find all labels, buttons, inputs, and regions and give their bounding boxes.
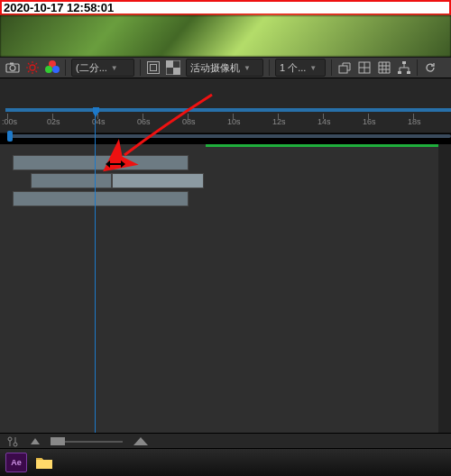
ruler-tick: 18s <box>408 117 421 126</box>
ruler-tick: 02s <box>47 117 60 126</box>
svg-point-14 <box>8 437 12 441</box>
svg-rect-6 <box>173 68 180 75</box>
transparency-grid-icon[interactable] <box>166 60 180 75</box>
composition-preview <box>0 15 451 57</box>
chevron-down-icon: ▼ <box>244 64 251 72</box>
camera-dropdown[interactable]: 活动摄像机▼ <box>186 59 263 77</box>
zoom-in-icon[interactable] <box>133 437 148 445</box>
views-label: 1 个... <box>280 61 306 75</box>
windows-taskbar: Ae <box>0 448 451 476</box>
timeline-header <box>0 78 451 111</box>
grid-icon[interactable] <box>377 60 391 75</box>
share-icon[interactable] <box>337 60 352 75</box>
ruler-tick: 08s <box>182 117 196 126</box>
playhead[interactable] <box>95 108 96 433</box>
ruler-tick: :00s <box>2 117 17 126</box>
svg-point-3 <box>30 65 35 70</box>
camera-label: 活动摄像机 <box>190 61 240 75</box>
work-area[interactable] <box>7 131 451 142</box>
layer-clip[interactable] <box>13 155 189 170</box>
playhead-head[interactable] <box>91 107 101 117</box>
ruler-tick: 06s <box>137 117 151 126</box>
taskbar-app-after-effects[interactable]: Ae <box>5 453 27 472</box>
svg-rect-11 <box>402 61 406 64</box>
ruler-tick: 14s <box>318 117 331 126</box>
svg-point-1 <box>10 66 15 71</box>
views-dropdown[interactable]: 1 个...▼ <box>275 59 326 77</box>
taskbar-app-explorer[interactable] <box>34 453 54 471</box>
trim-cursor-icon <box>108 159 123 169</box>
time-ruler[interactable]: :00s02s04s06s08s10s12s14s16s18s <box>0 108 451 133</box>
separator <box>331 60 332 76</box>
svg-rect-13 <box>407 71 410 74</box>
timeline-zoom-bar <box>0 433 451 449</box>
ruler-tick: 10s <box>227 117 241 126</box>
ruler-top-bar <box>5 108 451 112</box>
layer-clip[interactable] <box>112 173 204 188</box>
separator <box>65 60 66 76</box>
guides-icon[interactable] <box>357 60 372 75</box>
layer-clip[interactable] <box>31 173 112 188</box>
svg-rect-2 <box>10 63 14 65</box>
ruler-tick: 12s <box>272 117 286 126</box>
work-area-start-handle[interactable] <box>7 131 13 142</box>
toggle-switches-icon[interactable] <box>5 435 20 449</box>
resolution-label: (二分... <box>76 61 107 75</box>
zoom-slider-thumb[interactable] <box>51 437 65 445</box>
channels-icon[interactable] <box>45 60 60 75</box>
svg-rect-5 <box>166 60 173 68</box>
layer-clip[interactable] <box>13 191 189 206</box>
separator <box>140 60 141 76</box>
reset-exposure-icon[interactable] <box>423 60 437 75</box>
zoom-out-icon[interactable] <box>31 438 40 444</box>
chevron-down-icon: ▼ <box>111 64 118 72</box>
resolution-dropdown[interactable]: (二分...▼ <box>71 59 134 77</box>
timestamp-overlay: 2020-10-17 12:58:01 <box>0 0 451 15</box>
separator <box>417 60 418 76</box>
viewer-toolbar: (二分...▼ 活动摄像机▼ 1 个...▼ <box>0 57 451 78</box>
timeline-tracks[interactable] <box>0 144 451 433</box>
work-area-bar[interactable] <box>7 134 451 138</box>
exposure-icon[interactable] <box>25 60 40 75</box>
zoom-slider[interactable] <box>51 439 123 444</box>
ruler-tick: 16s <box>363 117 376 126</box>
region-icon[interactable] <box>146 60 161 75</box>
svg-rect-7 <box>339 66 347 73</box>
flowchart-icon[interactable] <box>397 60 411 75</box>
chevron-down-icon: ▼ <box>309 64 317 72</box>
vertical-scrollbar[interactable] <box>438 144 451 433</box>
svg-rect-12 <box>398 71 401 74</box>
render-cache-bar <box>206 144 451 147</box>
separator <box>269 60 270 76</box>
snapshot-icon[interactable] <box>5 60 20 75</box>
svg-point-15 <box>14 443 17 446</box>
